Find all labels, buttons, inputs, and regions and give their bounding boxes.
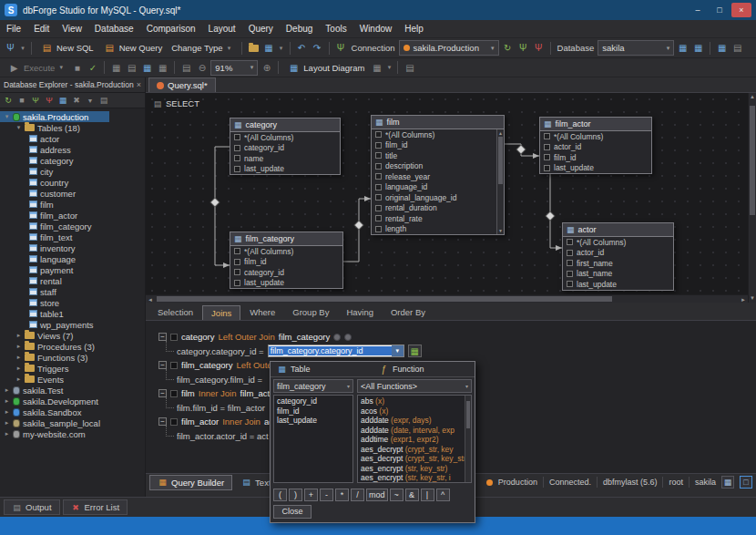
close-popup-button[interactable]: Close [273,505,312,519]
expander-icon[interactable]: ▸ [15,376,22,383]
tree-node-table[interactable]: customer [0,188,145,199]
diagram-table-film-actor[interactable]: ▦film_actor *(All Columns)actor_idfilm_i… [539,117,652,174]
join-row[interactable]: − category Left Outer Join film_category [146,330,756,345]
diagram-print-icon[interactable]: ▤ [125,61,138,75]
new-query-button[interactable]: ▤New Query [99,40,167,57]
column-checkbox[interactable] [375,205,382,211]
change-type-button[interactable]: Change Type▾ [168,40,236,57]
column-row[interactable]: last_update [563,279,673,290]
functions-list[interactable]: abs (x)acos (x)adddate (expr, days)addda… [357,395,472,483]
document-tab-query[interactable]: Query.sql* [148,77,216,92]
column-checkbox[interactable] [234,280,240,286]
tree-node-table[interactable]: film [0,199,145,210]
column-checkbox[interactable] [375,215,382,221]
function-list-item[interactable]: aes_decrypt (crypt_str, key_str, [358,454,471,464]
database-select[interactable]: sakila ▾ [598,40,674,56]
tab-having[interactable]: Having [338,305,382,320]
function-list-item[interactable]: aes_encrypt (str, key_str) [358,464,471,474]
column-checkbox[interactable] [544,133,550,139]
column-checkbox[interactable] [375,184,382,190]
expander-icon[interactable]: ▾ [4,113,10,120]
column-row[interactable]: *(All Columns) [230,246,342,257]
tree-node-folder[interactable]: ▸ Events [0,374,145,385]
functions-scrollbar[interactable] [465,396,471,482]
expander-icon[interactable]: ▸ [15,343,22,350]
operator-button[interactable]: ~ [390,489,404,501]
column-row[interactable]: language_id [372,182,496,193]
join-type-label[interactable]: Inner Join [199,388,237,398]
scroll-down-icon[interactable]: ▼ [750,294,755,303]
tree-node-table[interactable]: actor [0,133,145,144]
tab-selection[interactable]: Selection [149,305,201,320]
tree-node-table[interactable]: language [0,253,145,264]
diagram-vertical-scrollbar[interactable]: ▲ ▼ [748,93,756,303]
stop-refresh-icon[interactable]: ■ [15,94,28,107]
tree-node-table[interactable]: address [0,144,145,155]
tree-node-table[interactable]: country [0,177,145,188]
function-list-item[interactable]: adddate (expr, days) [358,416,471,426]
tab-group-by[interactable]: Group By [284,305,337,320]
function-list-item[interactable]: aes_encrypt (str, key_str, i [358,473,471,483]
column-checkbox[interactable] [567,271,573,277]
column-row[interactable]: film_id [372,140,496,151]
column-checkbox[interactable] [567,239,573,245]
column-checkbox[interactable] [375,152,382,159]
column-row[interactable]: category_id [230,143,340,154]
expression-builder-icon[interactable]: ▦ [408,345,422,357]
column-checkbox[interactable] [544,154,550,160]
more-tools-icon[interactable]: ▤ [730,41,744,55]
scroll-up-icon[interactable]: ▲ [497,130,504,136]
tab-order-by[interactable]: Order By [383,305,434,320]
column-row[interactable]: last_update [230,278,342,289]
diagram-table-header[interactable]: ▦actor [563,223,673,237]
tree-node-table[interactable]: store [0,297,145,308]
tree-node-connection-sample-local[interactable]: ▸ sakila_sample_local [0,417,145,428]
join-type-label[interactable]: Left Outer Join [218,332,274,342]
tab-output[interactable]: ▤ Output [4,499,60,515]
tree-node-folder[interactable]: ▸ Functions (3) [0,352,145,363]
tree-node-connection-development[interactable]: ▸ sakila.Development [0,396,145,406]
operator-button[interactable]: ^ [436,489,450,501]
diagram-options-icon[interactable]: ▤ [403,61,416,75]
zoom-select[interactable]: 91% ▾ [210,60,258,76]
column-row[interactable]: last_name [563,269,673,280]
maximize-button[interactable]: □ [710,3,730,17]
disconnect-icon[interactable]: Ψ [43,94,56,107]
connect-icon[interactable]: Ψ [516,41,530,55]
table-source-select[interactable]: film_category ▾ [273,379,353,393]
column-row[interactable]: category_id [230,267,342,278]
tab-error-list[interactable]: ✖ Error List [63,499,128,515]
expander-icon[interactable]: ▾ [15,124,22,131]
column-row[interactable]: *(All Columns) [230,132,340,143]
join-condition-editor[interactable]: film_category.category_id ▾ [268,345,404,357]
column-row[interactable]: first_name [563,258,673,269]
column-list-item[interactable]: film_id [274,406,352,417]
diagram-canvas[interactable]: ▤ SELECT [146,93,748,294]
column-checkbox[interactable] [234,145,240,151]
connection-select[interactable]: sakila.Production ▾ [399,40,499,56]
tree-node-connection-production[interactable]: ▾ sakila.Production [0,111,109,122]
column-checkbox[interactable] [375,226,382,232]
column-list-item[interactable]: last_update [274,416,352,426]
column-row[interactable]: original_language_id [372,192,496,203]
diagram-table-actor[interactable]: ▦actor *(All Columns)actor_idfirst_namel… [562,222,674,291]
function-list-item[interactable]: aes_decrypt (crypt_str, key [358,445,471,455]
column-row[interactable]: last_update [230,164,340,175]
full-screen-view-icon[interactable]: □ [740,476,752,489]
expander-icon[interactable]: ▸ [4,408,10,416]
save-dropdown-icon[interactable]: ▾ [278,41,285,55]
diagram-view-icon[interactable]: ▦ [691,41,705,55]
column-row[interactable]: *(All Columns) [563,237,673,248]
layout-diagram-button[interactable]: ▦Layout Diagram [283,59,368,76]
menu-item[interactable]: Comparison [140,20,202,38]
connection-menu-icon[interactable]: Ψ [4,41,17,55]
menu-item[interactable]: Help [398,20,430,38]
minimize-button[interactable]: – [688,3,708,17]
refresh-icon[interactable]: ↻ [2,94,15,107]
new-database-icon[interactable]: ▦ [56,94,69,107]
operator-button[interactable]: & [405,489,419,501]
column-checkbox[interactable] [375,173,382,180]
diagram-page-icon[interactable]: ▦ [109,61,123,75]
tab-where[interactable]: Where [241,305,283,320]
delete-object-icon[interactable]: ✖ [70,94,83,107]
